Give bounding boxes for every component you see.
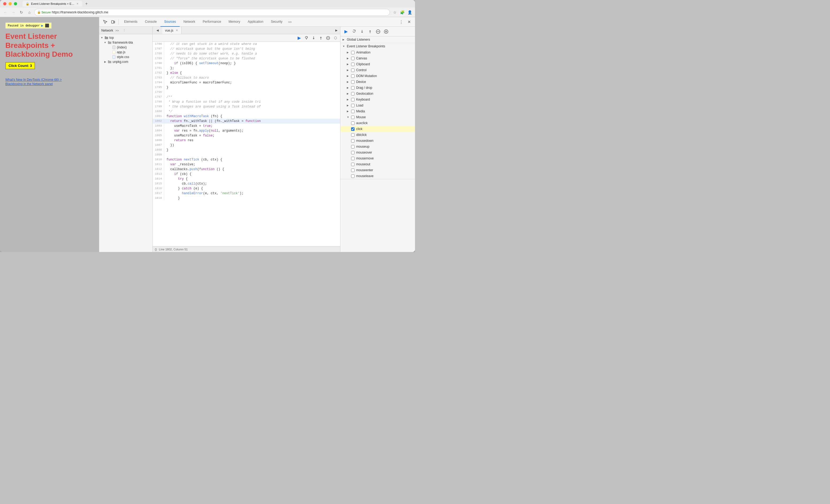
clipboard-checkbox[interactable]	[351, 63, 355, 66]
account-button[interactable]: 👤	[407, 9, 413, 15]
expand-canvas-icon[interactable]: ▶	[347, 57, 350, 60]
expand-media-icon[interactable]: ▶	[347, 110, 350, 113]
expand-dom-mutation-icon[interactable]: ▶	[347, 75, 350, 77]
file-tree-top[interactable]: ▼ top	[99, 35, 152, 40]
tab-sources[interactable]: Sources	[160, 17, 180, 27]
tab-close-button[interactable]: ✕	[76, 2, 79, 5]
bp-mouse[interactable]: ▼ Mouse	[341, 114, 415, 120]
click-checkbox[interactable]	[351, 127, 355, 131]
bookmark-button[interactable]: ☆	[391, 9, 398, 15]
network-more-button[interactable]: >>	[114, 28, 120, 33]
network-options-button[interactable]: ⋮	[121, 28, 127, 33]
auxclick-checkbox[interactable]	[351, 122, 355, 125]
maximize-window-button[interactable]	[14, 2, 17, 5]
home-button[interactable]: ⌂	[26, 9, 33, 15]
forward-button[interactable]: →	[10, 9, 17, 15]
event-listener-header[interactable]: ▼ Event Listener Breakpoints	[341, 43, 415, 50]
global-listeners-header[interactable]: ▶ Global Listeners	[341, 36, 415, 43]
canvas-checkbox[interactable]	[351, 57, 355, 60]
bp-mouseover[interactable]: mouseover	[341, 150, 415, 155]
back-button[interactable]: ←	[2, 9, 8, 15]
expand-keyboard-icon[interactable]: ▶	[347, 98, 350, 101]
bp-auxclick[interactable]: auxclick	[341, 120, 415, 126]
inspect-element-button[interactable]	[101, 18, 109, 26]
debug-pause-button[interactable]	[383, 28, 390, 35]
code-tab-vuejs[interactable]: vue.js ✕	[162, 27, 182, 34]
expand-geolocation-icon[interactable]: ▶	[347, 92, 350, 95]
code-more-button[interactable]: ▶	[333, 27, 340, 34]
bp-clipboard[interactable]: ▶ Clipboard	[341, 61, 415, 67]
bp-control[interactable]: ▶ Control	[341, 67, 415, 73]
address-input[interactable]: 🔒 Secure https://framework-blackboxing.g…	[34, 9, 390, 16]
click-count-button[interactable]: Click Count: 3	[5, 62, 35, 69]
more-tabs-button[interactable]: >>	[286, 18, 294, 26]
keyboard-checkbox[interactable]	[351, 98, 355, 101]
step-icon[interactable]: ⬛	[45, 24, 49, 28]
mousedown-checkbox[interactable]	[351, 139, 355, 143]
debug-step-over-button[interactable]	[351, 28, 357, 35]
bp-dblclick[interactable]: dblclick	[341, 132, 415, 138]
reload-button[interactable]: ↻	[18, 9, 25, 15]
bp-device[interactable]: ▶ Device	[341, 79, 415, 85]
bp-media[interactable]: ▶ Media	[341, 108, 415, 114]
geolocation-checkbox[interactable]	[351, 92, 355, 95]
tab-security[interactable]: Security	[267, 17, 286, 27]
mousemove-checkbox[interactable]	[351, 157, 355, 160]
device-toolbar-button[interactable]	[109, 18, 117, 26]
file-tree-framework[interactable]: ▼ framework-bla	[99, 40, 152, 45]
expand-load-icon[interactable]: ▶	[347, 104, 350, 107]
close-devtools-button[interactable]: ✕	[405, 18, 413, 26]
file-tree-index[interactable]: ▶ (index)	[99, 45, 152, 50]
pause-on-exception-button[interactable]: ⬡	[332, 35, 339, 41]
blackboxing-link[interactable]: Blackboxing in the Network panel	[5, 82, 94, 86]
deactivate-breakpoints-button[interactable]	[325, 35, 331, 41]
bp-mousemove[interactable]: mousemove	[341, 155, 415, 161]
debug-step-into-button[interactable]	[359, 28, 365, 35]
mouseleave-checkbox[interactable]	[351, 175, 355, 178]
debug-deactivate-button[interactable]	[375, 28, 382, 35]
whats-new-link[interactable]: What's New In DevTools (Chrome 66) >	[5, 78, 94, 82]
animation-checkbox[interactable]	[351, 51, 355, 54]
tab-application[interactable]: Application	[244, 17, 267, 27]
control-checkbox[interactable]	[351, 68, 355, 72]
bp-click[interactable]: click	[341, 126, 415, 132]
expand-clipboard-icon[interactable]: ▶	[347, 63, 350, 66]
tab-network[interactable]: Network	[180, 17, 199, 27]
tab-console[interactable]: Console	[141, 17, 160, 27]
browser-tab-active[interactable]: 🔒 Event Listener Breakpoints + E… ✕	[23, 1, 82, 7]
device-checkbox[interactable]	[351, 80, 355, 84]
bp-mouseup[interactable]: mouseup	[341, 144, 415, 150]
tab-performance[interactable]: Performance	[199, 17, 225, 27]
bp-mouseleave[interactable]: mouseleave	[341, 173, 415, 179]
expand-drag-drop-icon[interactable]: ▶	[347, 86, 350, 89]
drag-drop-checkbox[interactable]	[351, 86, 355, 90]
minimize-window-button[interactable]	[8, 2, 12, 5]
bp-dom-mutation[interactable]: ▶ DOM Mutation	[341, 73, 415, 79]
tab-elements[interactable]: Elements	[120, 17, 141, 27]
resume-button[interactable]: ▶	[296, 35, 302, 41]
code-tab-close-button[interactable]: ✕	[175, 29, 179, 32]
file-tree-app-js[interactable]: ▶ app.js	[99, 50, 152, 55]
format-button[interactable]: {}	[155, 248, 157, 251]
expand-device-icon[interactable]: ▶	[347, 81, 350, 83]
debug-resume-button[interactable]: ▶	[343, 28, 350, 35]
code-editor[interactable]: 1786 // it can get stuck in a weird stat…	[153, 42, 340, 246]
mouseenter-checkbox[interactable]	[351, 168, 355, 172]
resume-icon[interactable]: ▶	[41, 24, 43, 28]
step-out-button[interactable]	[318, 35, 324, 41]
bp-mouseenter[interactable]: mouseenter	[341, 167, 415, 173]
media-checkbox[interactable]	[351, 110, 355, 113]
file-tree-style-css[interactable]: ▶ style.css	[99, 55, 152, 59]
debug-step-out-button[interactable]	[366, 28, 374, 35]
expand-framework-icon[interactable]: ▼	[103, 41, 107, 44]
dblclick-checkbox[interactable]	[351, 133, 355, 137]
bp-animation[interactable]: ▶ Animation	[341, 50, 415, 55]
close-window-button[interactable]	[3, 2, 6, 5]
mouseout-checkbox[interactable]	[351, 163, 355, 166]
customize-devtools-button[interactable]: ⋮	[397, 18, 405, 26]
bp-mouseout[interactable]: mouseout	[341, 161, 415, 167]
bp-load[interactable]: ▶ Load	[341, 102, 415, 108]
expand-top-icon[interactable]: ▼	[100, 36, 103, 39]
expand-unpkg-icon[interactable]: ▶	[103, 60, 107, 63]
tab-memory[interactable]: Memory	[225, 17, 244, 27]
